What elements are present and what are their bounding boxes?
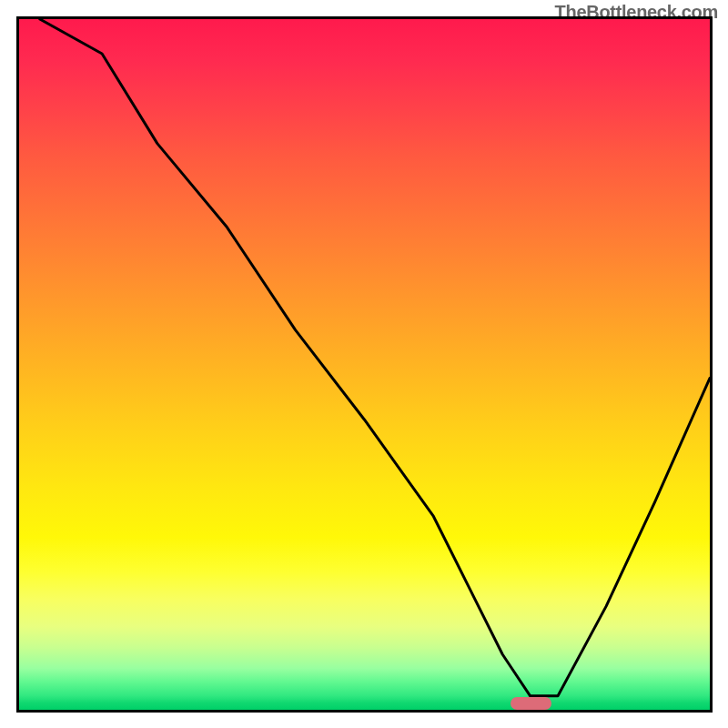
bottleneck-curve bbox=[19, 19, 710, 710]
plot-area bbox=[16, 16, 713, 713]
optimal-marker bbox=[511, 697, 552, 710]
chart-container: TheBottleneck.com bbox=[0, 0, 728, 728]
